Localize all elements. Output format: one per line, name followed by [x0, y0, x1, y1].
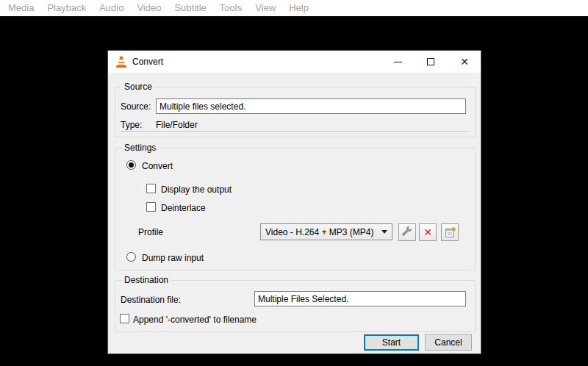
display-output-checkbox[interactable] — [146, 184, 156, 193]
menu-media[interactable]: Media — [1, 0, 40, 16]
menu-view[interactable]: View — [248, 0, 282, 16]
minimize-icon — [394, 62, 402, 62]
dump-raw-radio[interactable] — [126, 252, 136, 262]
destination-group-label: Destination — [121, 275, 171, 285]
vlc-cone-icon — [115, 56, 127, 68]
source-input[interactable] — [156, 98, 466, 114]
source-field-label: Source: — [121, 101, 151, 112]
menubar: Media Playback Audio Video Subtitle Tool… — [0, 0, 588, 16]
destination-file-input[interactable] — [254, 291, 466, 306]
deinterlace-label[interactable]: Deinterlace — [161, 203, 206, 213]
source-group: Source Source: Type: File/Folder — [115, 87, 476, 137]
maximize-button[interactable] — [419, 51, 442, 73]
convert-dialog: Convert ✕ Source Source: Type: File/Fold… — [107, 50, 481, 354]
append-converted-label[interactable]: Append '-converted' to filename — [133, 315, 257, 325]
profile-dropdown[interactable]: Video - H.264 + MP3 (MP4) — [260, 223, 392, 240]
source-separator — [121, 132, 470, 133]
display-output-label[interactable]: Display the output — [161, 184, 232, 195]
menu-playback[interactable]: Playback — [40, 0, 93, 16]
dialog-title: Convert — [132, 51, 163, 73]
destination-file-label: Destination file: — [121, 295, 181, 305]
append-converted-checkbox[interactable] — [120, 314, 129, 323]
convert-radio-label[interactable]: Convert — [142, 161, 173, 171]
profile-label: Profile — [138, 227, 163, 237]
cancel-button[interactable]: Cancel — [425, 334, 472, 351]
wrench-icon — [401, 226, 413, 238]
new-profile-button[interactable] — [441, 223, 459, 241]
source-group-label: Source — [121, 82, 155, 92]
type-value: File/Folder — [156, 120, 198, 130]
start-button[interactable]: Start — [364, 334, 419, 351]
menu-subtitle[interactable]: Subtitle — [168, 0, 212, 16]
delete-profile-button[interactable]: ✕ — [419, 223, 437, 241]
dialog-titlebar[interactable]: Convert ✕ — [108, 51, 481, 73]
dump-raw-label[interactable]: Dump raw input — [142, 253, 204, 263]
convert-radio[interactable] — [126, 160, 136, 170]
destination-group: Destination Destination file: Append '-c… — [115, 280, 476, 332]
menu-help[interactable]: Help — [282, 0, 315, 16]
deinterlace-checkbox[interactable] — [146, 202, 156, 212]
delete-x-icon: ✕ — [423, 226, 432, 238]
edit-profile-button[interactable] — [398, 223, 416, 241]
profile-dropdown-value: Video - H.264 + MP3 (MP4) — [265, 227, 381, 237]
settings-group: Settings Convert Display the output Dein… — [115, 148, 476, 270]
menu-audio[interactable]: Audio — [93, 0, 130, 16]
maximize-icon — [427, 58, 434, 65]
minimize-button[interactable] — [386, 51, 409, 73]
menu-tools[interactable]: Tools — [213, 0, 248, 16]
type-label: Type: — [121, 120, 142, 130]
close-icon: ✕ — [460, 56, 469, 68]
new-profile-icon — [444, 226, 456, 239]
settings-group-label: Settings — [121, 143, 159, 153]
chevron-down-icon — [381, 230, 387, 234]
close-button[interactable]: ✕ — [453, 51, 476, 73]
menu-video[interactable]: Video — [130, 0, 168, 16]
